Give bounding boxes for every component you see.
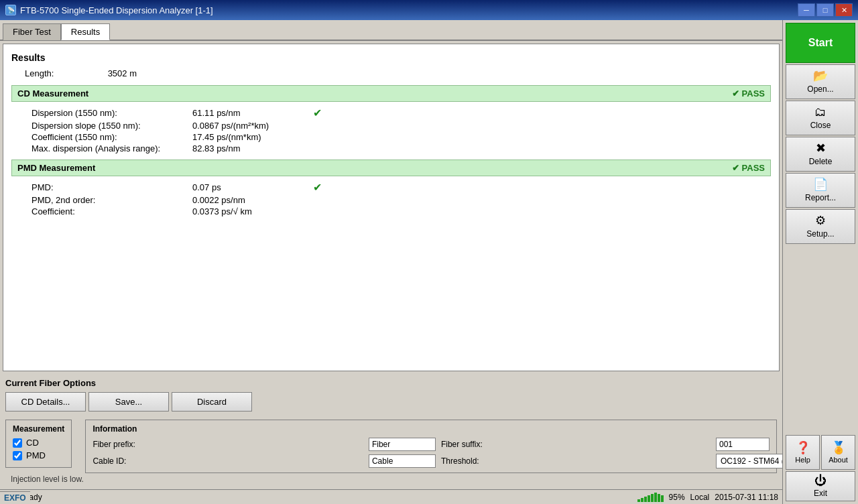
close-button[interactable]: ✕ xyxy=(835,3,853,17)
bottom-section: Current Fiber Options CD Details... Save… xyxy=(0,374,782,489)
results-panel: Results Length: 3502 m CD Measurement ✔ … xyxy=(3,44,780,371)
cable-id-input[interactable] xyxy=(369,454,436,468)
setup-button[interactable]: ⚙ Setup... xyxy=(786,209,855,244)
start-button[interactable]: Start xyxy=(786,23,855,63)
tab-fiber-test[interactable]: Fiber Test xyxy=(3,23,61,40)
measurement-group: Measurement CD PMD xyxy=(5,420,72,468)
cd-pass-badge: ✔ PASS xyxy=(732,88,765,99)
location: Local xyxy=(690,493,710,502)
pmd-measurement-rows: PMD: 0.07 ps ✔ PMD, 2nd order: 0.0022 ps… xyxy=(11,178,771,223)
fiber-prefix-label: Fiber prefix: xyxy=(93,440,363,449)
tab-results[interactable]: Results xyxy=(61,23,110,40)
fiber-prefix-input[interactable] xyxy=(369,438,436,451)
app-icon: 📡 xyxy=(5,5,16,15)
fiber-suffix-input[interactable] xyxy=(716,438,770,451)
table-row: Coefficient: 0.0373 ps/√ km xyxy=(32,206,771,217)
cd-measurement-header: CD Measurement ✔ PASS xyxy=(11,85,771,102)
signal-bars xyxy=(637,493,664,502)
window-title: FTB-5700 Single-Ended Dispersion Analyze… xyxy=(20,5,213,15)
fiber-suffix-label: Fiber suffix: xyxy=(441,440,711,449)
setup-icon: ⚙ xyxy=(815,214,826,227)
table-row: Dispersion slope (1550 nm): 0.0867 ps/(n… xyxy=(32,120,771,131)
close-label: Close xyxy=(810,121,831,130)
setup-label: Setup... xyxy=(806,229,834,239)
close-button[interactable]: 🗂 Close xyxy=(786,101,855,135)
discard-button[interactable]: Discard xyxy=(172,392,252,412)
table-row: PMD: 0.07 ps ✔ xyxy=(32,180,771,194)
pmd-checkbox[interactable] xyxy=(13,451,22,460)
status-bar: Ready 95% Local 2015-07-31 11:18 xyxy=(0,489,782,504)
start-label: Start xyxy=(808,37,833,49)
length-label: Length: xyxy=(25,68,105,78)
save-button[interactable]: Save... xyxy=(88,392,169,412)
right-sidebar: Start 📂 Open... 🗂 Close ✖ Delete 📄 Repor… xyxy=(782,20,858,504)
help-button[interactable]: ❓ Help xyxy=(786,435,820,470)
cd-header-label: CD Measurement xyxy=(17,88,88,99)
delete-button[interactable]: ✖ Delete xyxy=(786,137,855,172)
delete-icon: ✖ xyxy=(816,142,826,154)
about-icon: 🏅 xyxy=(831,442,846,454)
cd-details-button[interactable]: CD Details... xyxy=(5,392,86,412)
datetime: 2015-07-31 11:18 xyxy=(715,493,778,502)
window-controls: ─ □ ✕ xyxy=(798,3,853,17)
minimize-button[interactable]: ─ xyxy=(798,3,815,17)
pmd-checkbox-row: PMD xyxy=(13,450,64,460)
table-row: Coefficient (1550 nm): 17.45 ps/(nm*km) xyxy=(32,131,771,143)
pmd-header-label: PMD Measurement xyxy=(17,163,95,173)
measurement-info-row: Measurement CD PMD Information Fiber pre… xyxy=(5,420,777,473)
injection-warning: Injection level is low. xyxy=(5,473,777,485)
current-fiber-title: Current Fiber Options xyxy=(5,378,777,388)
length-row: Length: 3502 m xyxy=(11,68,771,78)
open-label: Open... xyxy=(807,84,833,94)
exit-button[interactable]: ⏻ Exit xyxy=(786,471,855,501)
info-group-title: Information xyxy=(93,424,770,434)
exit-label: Exit xyxy=(814,489,827,498)
open-button[interactable]: 📂 Open... xyxy=(786,64,855,99)
close-icon: 🗂 xyxy=(814,106,826,118)
fiber-buttons: CD Details... Save... Discard xyxy=(5,392,777,412)
pmd-measurement-header: PMD Measurement ✔ PASS xyxy=(11,160,771,176)
delete-label: Delete xyxy=(809,157,833,166)
pmd-checkbox-label: PMD xyxy=(26,450,46,460)
battery-level: 95% xyxy=(669,493,685,502)
cd-checkbox[interactable] xyxy=(13,438,22,448)
report-label: Report... xyxy=(805,193,836,202)
exit-icon: ⏻ xyxy=(814,475,826,487)
cd-checkbox-row: CD xyxy=(13,438,64,448)
cable-id-label: Cable ID: xyxy=(93,456,363,466)
results-title: Results xyxy=(11,52,771,63)
cd-checkbox-label: CD xyxy=(26,438,39,448)
cd-measurement-rows: Dispersion (1550 nm): 61.11 ps/nm ✔ Disp… xyxy=(11,103,771,160)
about-button[interactable]: 🏅 About xyxy=(821,435,855,470)
pmd-pass-badge: ✔ PASS xyxy=(732,163,765,173)
help-icon: ❓ xyxy=(796,442,810,454)
maximize-button[interactable]: □ xyxy=(816,3,834,17)
report-button[interactable]: 📄 Report... xyxy=(786,173,855,208)
open-icon: 📂 xyxy=(813,70,828,82)
report-icon: 📄 xyxy=(813,178,828,190)
info-group: Information Fiber prefix: Fiber suffix: … xyxy=(85,420,777,473)
info-fields: Fiber prefix: Fiber suffix: Cable ID: Th… xyxy=(93,438,770,468)
help-label: Help xyxy=(795,456,810,464)
threshold-label: Threshold: xyxy=(441,456,711,466)
sidebar-spacer xyxy=(786,245,855,434)
table-row: PMD, 2nd order: 0.0022 ps/nm xyxy=(32,194,771,206)
sidebar-bottom: ❓ Help 🏅 About ⏻ Exit xyxy=(786,435,855,501)
table-row: Max. dispersion (Analysis range): 82.83 … xyxy=(32,143,771,154)
table-row: Dispersion (1550 nm): 61.11 ps/nm ✔ xyxy=(32,106,771,120)
length-value: 3502 m xyxy=(108,68,137,78)
measurement-group-title: Measurement xyxy=(13,424,64,434)
tab-bar: Fiber Test Results xyxy=(0,20,782,41)
about-label: About xyxy=(829,456,848,464)
title-bar: 📡 FTB-5700 Single-Ended Dispersion Analy… xyxy=(0,0,858,20)
exfo-logo: EXFO xyxy=(0,491,30,504)
